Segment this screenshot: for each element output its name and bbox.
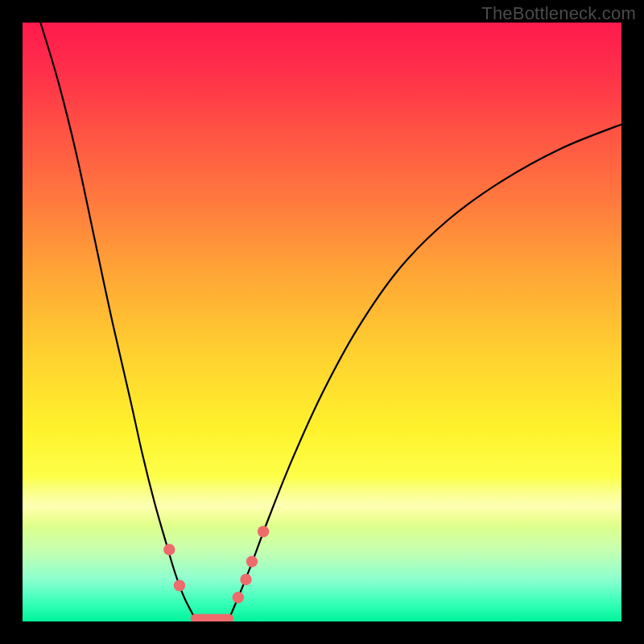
plot-area <box>23 23 621 621</box>
watermark-text: TheBottleneck.com <box>481 3 636 24</box>
chart-frame: TheBottleneck.com <box>0 0 644 644</box>
left-curve <box>40 23 195 618</box>
right-curve <box>229 124 621 618</box>
right-marker-1 <box>233 592 244 603</box>
right-marker-2 <box>240 574 251 585</box>
right-marker-3 <box>246 555 258 567</box>
right-marker-4 <box>258 526 269 537</box>
left-marker-upper <box>163 544 175 555</box>
marker-group <box>163 526 269 603</box>
curve-layer <box>23 23 621 621</box>
left-marker-lower <box>174 580 185 591</box>
